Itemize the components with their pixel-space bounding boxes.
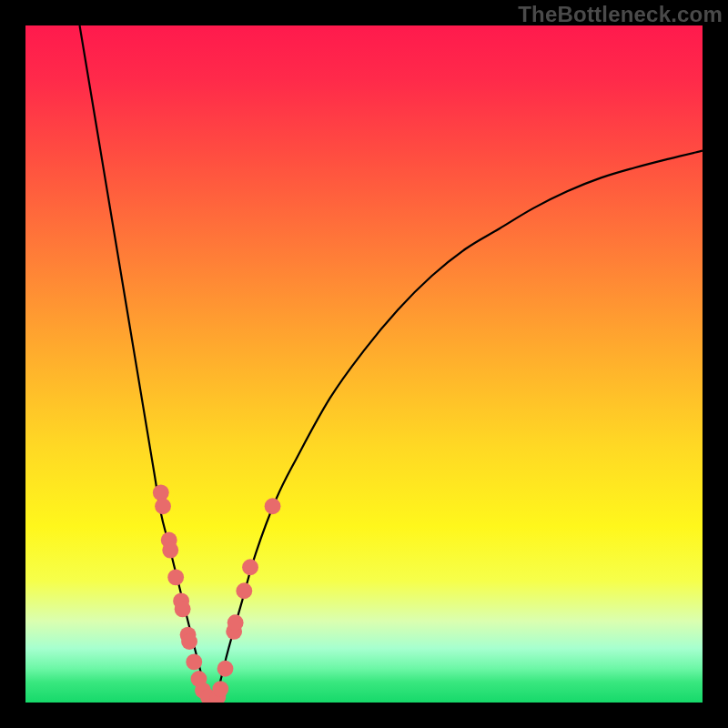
marker-dot [228, 614, 244, 631]
marker-dot [242, 559, 258, 575]
marker-dot [212, 681, 228, 697]
marker-dot [236, 582, 252, 599]
marker-dot [155, 498, 171, 514]
marker-dots [153, 484, 281, 703]
marker-dot [181, 633, 197, 650]
marker-dot [167, 569, 184, 585]
marker-dot [186, 653, 202, 670]
marker-dot [162, 542, 178, 559]
watermark-text: TheBottleneck.com [518, 2, 723, 27]
right-curve [215, 151, 703, 703]
marker-dot [175, 601, 191, 617]
marker-dot [217, 661, 234, 677]
chart-svg [25, 25, 703, 703]
marker-dot [265, 498, 281, 514]
chart-frame: TheBottleneck.com [0, 0, 728, 728]
plot-area [25, 25, 703, 703]
